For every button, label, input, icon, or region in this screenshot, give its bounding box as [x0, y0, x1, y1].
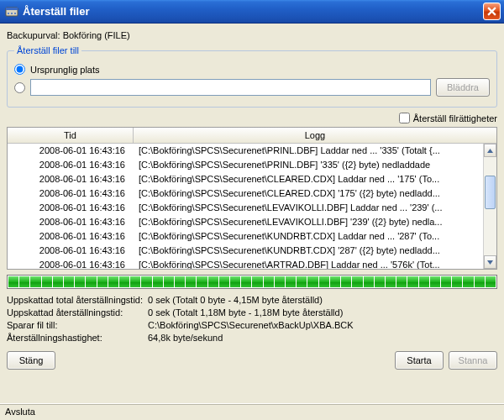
backup-selection-value: Bokföring (FILE): [63, 30, 130, 40]
progress-segment: [241, 276, 251, 287]
stats-value: 64,8k byte/sekund: [148, 332, 497, 344]
progress-segment: [352, 276, 362, 287]
log-table-header: Tid Logg: [8, 128, 496, 144]
vertical-scrollbar[interactable]: [483, 144, 496, 269]
progress-segment: [297, 276, 307, 287]
progress-segment: [186, 276, 196, 287]
progress-bar: [7, 275, 497, 289]
table-row[interactable]: 2008-06-01 16:43:16[C:\Bokföring\SPCS\Se…: [8, 172, 483, 186]
cell-log: [C:\Bokföring\SPCS\Securenet\CLEARED.CDX…: [134, 172, 483, 186]
svg-point-3: [11, 13, 13, 14]
custom-path-input[interactable]: [30, 79, 431, 96]
stats-value: 0 sek (Totalt 1,18M byte - 1,18M byte åt…: [148, 307, 497, 319]
table-row[interactable]: 2008-06-01 16:43:16[C:\Bokföring\SPCS\Se…: [8, 258, 483, 269]
restore-file-rights-label[interactable]: Återställ filrättigheter: [413, 113, 497, 123]
log-table-body: 2008-06-01 16:43:16[C:\Bokföring\SPCS\Se…: [8, 144, 483, 269]
progress-segment: [141, 276, 151, 287]
table-row[interactable]: 2008-06-01 16:43:16[C:\Bokföring\SPCS\Se…: [8, 201, 483, 215]
cell-log: [C:\Bokföring\SPCS\Securenet\CLEARED.CDX…: [134, 186, 483, 201]
progress-segment: [341, 276, 351, 287]
progress-segment: [108, 276, 118, 287]
chevron-up-icon: [487, 149, 493, 153]
table-row[interactable]: 2008-06-01 16:43:16[C:\Bokföring\SPCS\Se…: [8, 229, 483, 244]
progress-segment: [64, 276, 74, 287]
progress-segment: [86, 276, 96, 287]
cell-time: 2008-06-01 16:43:16: [8, 158, 134, 172]
radio-original-location-label[interactable]: Ursprunglig plats: [30, 65, 100, 75]
window-close-button[interactable]: [483, 3, 501, 20]
cell-time: 2008-06-01 16:43:16: [8, 229, 134, 244]
progress-segment: [119, 276, 129, 287]
progress-segment: [264, 276, 274, 287]
progress-segment: [175, 276, 185, 287]
cell-time: 2008-06-01 16:43:16: [8, 258, 134, 269]
table-row[interactable]: 2008-06-01 16:43:16[C:\Bokföring\SPCS\Se…: [8, 244, 483, 258]
restore-to-legend: Återställ filer till: [14, 45, 81, 55]
backup-selection-label: Backupurval:: [7, 30, 60, 40]
stats-row: Uppskattad återställningstid:0 sek (Tota…: [7, 307, 497, 319]
stop-button[interactable]: Stanna: [449, 351, 497, 370]
cell-log: [C:\Bokföring\SPCS\Securenet\KUNDRBT.CDX…: [134, 229, 483, 244]
table-row[interactable]: 2008-06-01 16:43:16[C:\Bokföring\SPCS\Se…: [8, 158, 483, 172]
column-header-log[interactable]: Logg: [134, 128, 496, 143]
table-row[interactable]: 2008-06-01 16:43:16[C:\Bokföring\SPCS\Se…: [8, 186, 483, 201]
progress-segment: [8, 276, 18, 287]
progress-segment: [230, 276, 240, 287]
stats-label: Uppskattad återställningstid:: [7, 307, 148, 319]
radio-custom-location[interactable]: [14, 82, 25, 93]
start-button[interactable]: Starta: [395, 351, 444, 370]
statusbar: Avsluta: [0, 403, 504, 420]
stats-value: 0 sek (Totalt 0 byte - 4,15M byte återst…: [148, 294, 497, 307]
progress-segment: [75, 276, 85, 287]
progress-segment: [97, 276, 108, 287]
scrollbar-thumb[interactable]: [485, 176, 496, 209]
table-row[interactable]: 2008-06-01 16:43:16[C:\Bokföring\SPCS\Se…: [8, 144, 483, 158]
log-table: Tid Logg 2008-06-01 16:43:16[C:\Bokförin…: [7, 127, 497, 270]
app-icon: [5, 5, 18, 18]
svg-point-4: [14, 13, 16, 14]
restore-file-rights-checkbox[interactable]: [399, 113, 410, 123]
table-row[interactable]: 2008-06-01 16:43:16[C:\Bokföring\SPCS\Se…: [8, 215, 483, 229]
stats-block: Uppskattad total återställningstid:0 sek…: [7, 294, 497, 344]
progress-segment: [419, 276, 429, 287]
progress-segment: [252, 276, 262, 287]
titlebar[interactable]: Återställ filer: [0, 0, 504, 24]
progress-segment: [286, 276, 296, 287]
cell-log: [C:\Bokföring\SPCS\Securenet\LEVAVIKOLLI…: [134, 201, 483, 215]
cell-log: [C:\Bokföring\SPCS\Securenet\KUNDRBT.CDX…: [134, 244, 483, 258]
progress-segment: [197, 276, 207, 287]
progress-segment: [19, 276, 29, 287]
cell-log: [C:\Bokföring\SPCS\Securenet\PRINL.DBF] …: [134, 144, 483, 158]
stats-row: Återställningshastighet:64,8k byte/sekun…: [7, 332, 497, 344]
cell-time: 2008-06-01 16:43:16: [8, 215, 134, 229]
cell-time: 2008-06-01 16:43:16: [8, 201, 134, 215]
cell-time: 2008-06-01 16:43:16: [8, 144, 134, 158]
browse-button[interactable]: Bläddra: [436, 78, 490, 97]
cell-time: 2008-06-01 16:43:16: [8, 186, 134, 201]
scrollbar-track[interactable]: [484, 157, 496, 255]
stats-value: C:\Bokföring\SPCS\Securenet\xBackUp\XBA.…: [148, 319, 497, 332]
stats-label: Återställningshastighet:: [7, 332, 148, 344]
progress-segment: [53, 276, 63, 287]
stats-row: Sparar fil till:C:\Bokföring\SPCS\Secure…: [7, 319, 497, 332]
svg-point-2: [8, 13, 9, 14]
progress-segment: [319, 276, 329, 287]
progress-segment: [30, 276, 40, 287]
scroll-down-button[interactable]: [484, 255, 496, 269]
restore-to-groupbox: Återställ filer till Ursprunglig plats B…: [7, 45, 497, 108]
cell-time: 2008-06-01 16:43:16: [8, 244, 134, 258]
progress-segment: [364, 276, 374, 287]
cell-log: [C:\Bokföring\SPCS\Securenet\ARTRAD.DBF]…: [134, 258, 483, 269]
cell-log: [C:\Bokföring\SPCS\Securenet\PRINL.DBF] …: [134, 158, 483, 172]
cell-time: 2008-06-01 16:43:16: [8, 172, 134, 186]
progress-segment: [430, 276, 440, 287]
close-icon: [487, 7, 496, 16]
scroll-up-button[interactable]: [484, 144, 496, 157]
close-button[interactable]: Stäng: [7, 351, 55, 370]
backup-selection-line: Backupurval: Bokföring (FILE): [7, 30, 497, 40]
column-header-time[interactable]: Tid: [8, 128, 134, 143]
stats-label: Sparar fil till:: [7, 319, 148, 332]
radio-original-location[interactable]: [14, 64, 25, 75]
progress-segment: [130, 276, 140, 287]
progress-segment: [463, 276, 473, 287]
